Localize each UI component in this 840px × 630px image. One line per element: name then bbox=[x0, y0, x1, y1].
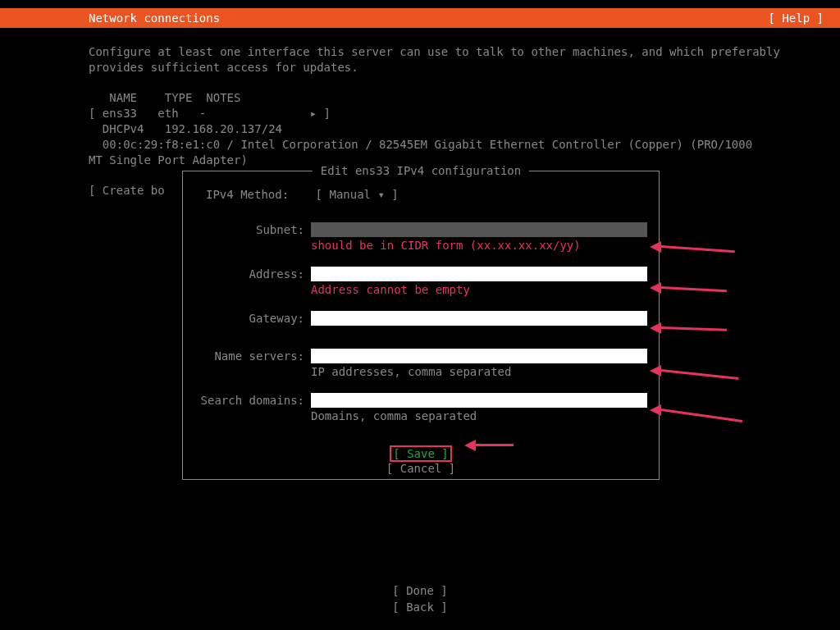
subnet-input[interactable] bbox=[311, 222, 647, 237]
address-label: Address: bbox=[194, 267, 304, 308]
help-button[interactable]: Help bbox=[769, 11, 824, 25]
save-button[interactable]: [ Save ] bbox=[393, 447, 448, 460]
address-input[interactable] bbox=[311, 267, 647, 281]
interface-header-row: NAME TYPE NOTES bbox=[89, 90, 791, 106]
nameservers-input[interactable] bbox=[311, 349, 647, 363]
done-button[interactable]: [ Done ] bbox=[0, 582, 840, 599]
ipv4-method-select[interactable]: [ Manual ▾ ] bbox=[316, 188, 399, 201]
footer-buttons: [ Done ] [ Back ] bbox=[0, 582, 840, 615]
subnet-label: Subnet: bbox=[194, 222, 304, 263]
subnet-hint: should be in CIDR form (xx.xx.xx.xx/yy) bbox=[311, 239, 647, 252]
ipv4-config-dialog: Edit ens33 IPv4 configuration IPv4 Metho… bbox=[182, 171, 660, 480]
interface-dhcp-info: DHCPv4 192.168.20.137/24 bbox=[89, 121, 791, 137]
searchdomains-label: Search domains: bbox=[194, 393, 304, 434]
description-text: Configure at least one interface this se… bbox=[89, 44, 791, 75]
searchdomains-input[interactable] bbox=[311, 393, 647, 408]
searchdomains-hint: Domains, comma separated bbox=[311, 409, 647, 422]
page-title: Network connections bbox=[89, 11, 220, 25]
nameservers-label: Name servers: bbox=[194, 349, 304, 390]
cancel-button[interactable]: [ Cancel ] bbox=[386, 462, 455, 475]
ipv4-method-label: IPv4 Method: bbox=[206, 188, 289, 201]
address-hint: Address cannot be empty bbox=[311, 283, 647, 296]
interface-row[interactable]: [ ens33 eth - ▸ ] bbox=[89, 106, 791, 121]
save-highlight-box: [ Save ] bbox=[390, 445, 451, 462]
back-button[interactable]: [ Back ] bbox=[0, 599, 840, 615]
gateway-input[interactable] bbox=[311, 311, 647, 326]
dialog-title: Edit ens33 IPv4 configuration bbox=[313, 164, 529, 177]
gateway-label: Gateway: bbox=[194, 311, 304, 345]
nameservers-hint: IP addresses, comma separated bbox=[311, 365, 647, 378]
header-bar: Network connections Help bbox=[0, 8, 840, 28]
